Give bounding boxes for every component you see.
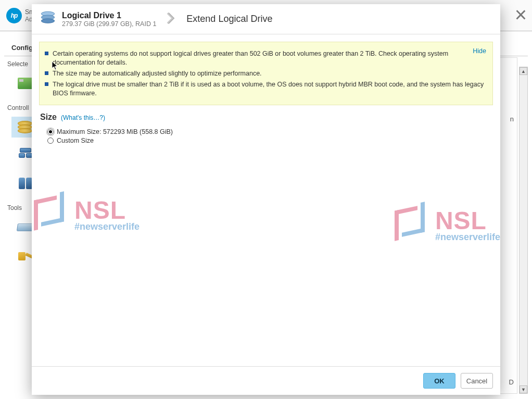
info-item: The logical drive must be smaller than 2… xyxy=(45,80,486,98)
info-notice-box: Hide Certain operating systems do not su… xyxy=(39,42,493,105)
info-item: Certain operating systems do not support… xyxy=(45,49,486,67)
ok-button[interactable]: OK xyxy=(423,373,455,389)
bullet-icon xyxy=(45,52,48,55)
size-label: Size xyxy=(40,113,57,122)
hide-notice-link[interactable]: Hide xyxy=(473,47,486,55)
watermark-big: NSL xyxy=(435,206,500,235)
cancel-button[interactable]: Cancel xyxy=(461,373,493,389)
radio-icon xyxy=(47,129,54,135)
dialog-header: Logical Drive 1 279.37 GiB (299.97 GB), … xyxy=(32,4,500,34)
radio-custom-size[interactable]: Custom Size xyxy=(47,137,493,144)
dialog-drive-title: Logical Drive 1 xyxy=(62,11,156,20)
watermark-big: NSL xyxy=(74,196,140,225)
watermark-logo-icon xyxy=(392,201,429,248)
info-text: Certain operating systems do not support… xyxy=(53,49,486,67)
dialog-title-group: Logical Drive 1 279.37 GiB (299.97 GB), … xyxy=(62,11,156,28)
size-heading-row: Size (What's this…?) xyxy=(40,113,493,122)
chevron-right-icon xyxy=(167,13,176,26)
dialog-body: Hide Certain operating systems do not su… xyxy=(32,34,500,366)
radio-custom-size-label: Custom Size xyxy=(57,137,94,144)
watermark: NSL#newserverlife xyxy=(32,191,140,238)
watermark-small: #newserverlife xyxy=(435,232,500,243)
watermark-small: #newserverlife xyxy=(74,221,140,232)
info-text: The logical drive must be smaller than 2… xyxy=(53,80,486,98)
info-text: The size may be automatically adjusted s… xyxy=(53,69,262,78)
radio-max-size[interactable]: Maximum Size: 572293 MiB (558.8 GiB) xyxy=(47,128,493,135)
radio-max-size-label: Maximum Size: 572293 MiB (558.8 GiB) xyxy=(57,128,173,135)
size-radio-group: Maximum Size: 572293 MiB (558.8 GiB) Cus… xyxy=(47,128,493,144)
radio-icon xyxy=(47,138,54,144)
whats-this-link[interactable]: (What's this…?) xyxy=(61,114,105,121)
dialog-footer: OK Cancel xyxy=(32,366,500,395)
logical-drive-icon xyxy=(39,9,57,29)
dialog-action-title: Extend Logical Drive xyxy=(186,14,272,24)
dialog-drive-details: 279.37 GiB (299.97 GB), RAID 1 xyxy=(62,20,156,28)
svg-point-2 xyxy=(41,19,55,23)
info-item: The size may be automatically adjusted s… xyxy=(45,69,486,78)
bullet-icon xyxy=(45,71,48,75)
modal-overlay: Logical Drive 1 279.37 GiB (299.97 GB), … xyxy=(0,0,532,399)
watermark-logo-icon xyxy=(32,191,68,238)
bullet-icon xyxy=(45,82,48,86)
extend-logical-drive-dialog: Logical Drive 1 279.37 GiB (299.97 GB), … xyxy=(32,4,500,395)
watermark: NSL#newserverlife xyxy=(392,201,500,248)
